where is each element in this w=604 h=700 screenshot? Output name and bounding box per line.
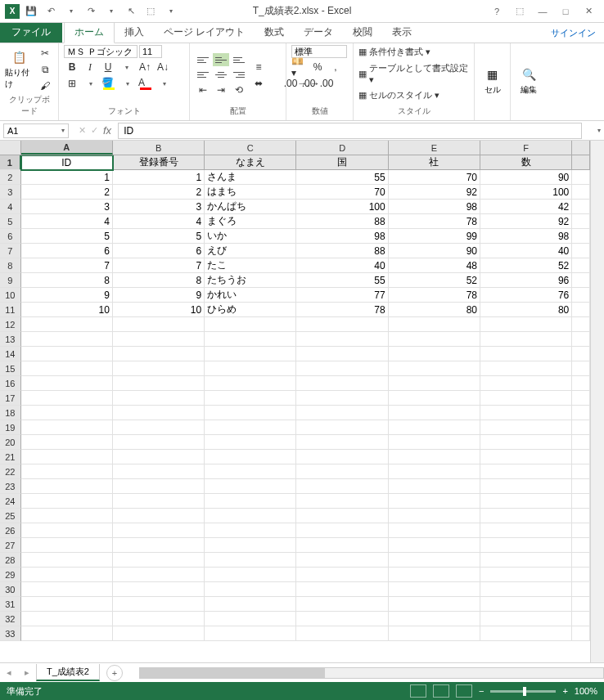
- cell[interactable]: [389, 553, 480, 568]
- cell[interactable]: [480, 553, 572, 568]
- cell[interactable]: [572, 406, 590, 420]
- cell[interactable]: [205, 450, 296, 464]
- cell[interactable]: かんぱち: [205, 200, 296, 214]
- cell[interactable]: [572, 376, 590, 391]
- cell[interactable]: [296, 538, 388, 553]
- cell[interactable]: [389, 568, 480, 582]
- cell[interactable]: [389, 450, 480, 464]
- underline-button[interactable]: U: [100, 60, 116, 74]
- cell[interactable]: [205, 406, 296, 420]
- cell[interactable]: 78: [296, 303, 388, 317]
- row-header[interactable]: 16: [0, 376, 21, 391]
- cell[interactable]: [572, 479, 590, 494]
- cell[interactable]: [572, 303, 590, 317]
- row-header[interactable]: 6: [0, 229, 21, 244]
- cell[interactable]: [205, 553, 296, 568]
- ribbon-options-button[interactable]: ⬚: [511, 3, 529, 20]
- sheet-tab[interactable]: T_成績表2: [36, 664, 100, 681]
- cell[interactable]: [480, 391, 572, 406]
- row-header[interactable]: 17: [0, 391, 21, 406]
- cell[interactable]: [296, 626, 388, 641]
- cell[interactable]: [480, 582, 572, 597]
- cell[interactable]: [21, 582, 113, 597]
- cell[interactable]: [21, 612, 113, 626]
- cell[interactable]: [572, 229, 590, 244]
- column-header-D[interactable]: D: [296, 141, 388, 155]
- cell[interactable]: 5: [113, 229, 205, 244]
- cell[interactable]: [572, 494, 590, 509]
- cell[interactable]: 55: [296, 273, 388, 288]
- row-header[interactable]: 31: [0, 597, 21, 612]
- cell[interactable]: [572, 258, 590, 273]
- cell[interactable]: [480, 347, 572, 361]
- cell[interactable]: 78: [389, 214, 480, 229]
- cell[interactable]: [205, 509, 296, 523]
- cell[interactable]: 2: [21, 185, 113, 200]
- cell[interactable]: 96: [480, 273, 572, 288]
- cancel-formula-button[interactable]: ✕: [79, 125, 86, 136]
- column-header-E[interactable]: E: [389, 141, 480, 155]
- cell[interactable]: [572, 200, 590, 214]
- cell[interactable]: 98: [389, 200, 480, 214]
- page-layout-view-button[interactable]: [433, 684, 449, 698]
- cell[interactable]: [572, 582, 590, 597]
- cell[interactable]: [572, 626, 590, 641]
- cell[interactable]: [480, 494, 572, 509]
- cell[interactable]: [572, 185, 590, 200]
- cell[interactable]: なまえ: [205, 155, 296, 170]
- zoom-in-button[interactable]: +: [562, 686, 567, 696]
- cell[interactable]: [21, 420, 113, 435]
- row-header[interactable]: 5: [0, 214, 21, 229]
- cell[interactable]: [572, 523, 590, 538]
- cell[interactable]: [113, 568, 205, 582]
- format-painter-button[interactable]: 🖌: [37, 79, 53, 93]
- cell[interactable]: 99: [389, 229, 480, 244]
- row-header[interactable]: 7: [0, 244, 21, 258]
- cell[interactable]: [205, 347, 296, 361]
- sheet-nav-prev[interactable]: ◂: [0, 667, 18, 678]
- cell[interactable]: [480, 332, 572, 347]
- cell[interactable]: [572, 155, 590, 170]
- cell[interactable]: 7: [21, 258, 113, 273]
- align-left-button[interactable]: [195, 68, 211, 81]
- add-sheet-button[interactable]: +: [106, 665, 123, 681]
- cell[interactable]: 数: [480, 155, 572, 170]
- cell[interactable]: [572, 391, 590, 406]
- cell[interactable]: [205, 538, 296, 553]
- column-header-B[interactable]: B: [113, 141, 205, 155]
- cell[interactable]: 55: [296, 170, 388, 185]
- row-header[interactable]: 25: [0, 509, 21, 523]
- row-header[interactable]: 2: [0, 170, 21, 185]
- tab-view[interactable]: 表示: [382, 22, 421, 43]
- signin-link[interactable]: サインイン: [543, 24, 604, 43]
- cell[interactable]: 登録番号: [113, 155, 205, 170]
- formula-bar[interactable]: ID: [118, 123, 582, 139]
- font-name-input[interactable]: [64, 45, 137, 58]
- column-header-A[interactable]: A: [21, 141, 113, 155]
- cell[interactable]: [21, 464, 113, 479]
- cell[interactable]: [205, 582, 296, 597]
- row-header[interactable]: 3: [0, 185, 21, 200]
- underline-dropdown[interactable]: ▾: [119, 60, 135, 74]
- cell[interactable]: [205, 361, 296, 376]
- cell[interactable]: [21, 538, 113, 553]
- cell[interactable]: 国: [296, 155, 388, 170]
- cell[interactable]: 98: [480, 229, 572, 244]
- cell[interactable]: [21, 376, 113, 391]
- row-header[interactable]: 20: [0, 435, 21, 450]
- column-header-F[interactable]: F: [480, 141, 572, 155]
- format-as-table-button[interactable]: ▦テーブルとして書式設定 ▾: [358, 61, 469, 86]
- cell[interactable]: [572, 612, 590, 626]
- cell[interactable]: [296, 347, 388, 361]
- redo-dropdown[interactable]: ▾: [103, 3, 119, 20]
- cell[interactable]: [21, 406, 113, 420]
- cell[interactable]: [389, 494, 480, 509]
- cell[interactable]: [480, 435, 572, 450]
- cell[interactable]: [480, 450, 572, 464]
- cell[interactable]: 90: [389, 244, 480, 258]
- cell[interactable]: [389, 391, 480, 406]
- cell[interactable]: 2: [113, 185, 205, 200]
- cell[interactable]: 52: [389, 273, 480, 288]
- row-header[interactable]: 26: [0, 523, 21, 538]
- minimize-button[interactable]: —: [534, 3, 552, 20]
